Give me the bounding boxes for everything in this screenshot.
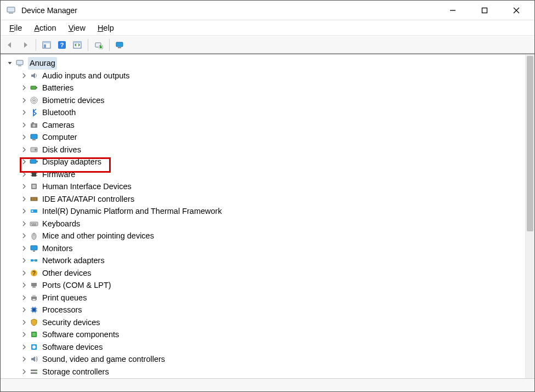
chevron-right-icon[interactable] (20, 331, 28, 338)
tree-category[interactable]: Monitors (20, 242, 525, 255)
chevron-right-icon[interactable] (20, 195, 28, 203)
tree-category-label: Audio inputs and outputs (42, 70, 130, 82)
svg-rect-63 (32, 295, 36, 297)
tree-category[interactable]: Processors (20, 304, 525, 316)
chevron-down-icon[interactable] (6, 59, 14, 67)
chevron-right-icon[interactable] (20, 220, 28, 228)
properties-button[interactable] (70, 38, 84, 52)
toolbar: ? (1, 36, 534, 54)
tree-category-label: Monitors (42, 242, 73, 255)
unknown-icon: ? (29, 268, 39, 278)
tree-category-label: Software components (42, 328, 119, 341)
chevron-right-icon[interactable] (20, 133, 28, 141)
menu-file[interactable]: File (4, 22, 27, 33)
device-tree[interactable]: Anurag Audio inputs and outputs Batterie… (1, 55, 525, 378)
svg-rect-31 (30, 160, 36, 163)
tree-category[interactable]: Firmware (20, 168, 525, 181)
tree-category-label: Storage controllers (42, 366, 109, 378)
chevron-right-icon[interactable] (20, 319, 28, 326)
show-hide-console-tree-button[interactable] (39, 38, 54, 52)
tree-category[interactable]: Keyboards (20, 218, 525, 230)
tree-category[interactable]: Software devices (20, 341, 525, 354)
svg-rect-55 (31, 259, 33, 262)
svg-rect-48 (33, 223, 34, 224)
tree-category[interactable]: Batteries (20, 82, 525, 94)
svg-rect-39 (32, 185, 36, 188)
nav-forward-button[interactable] (18, 38, 32, 52)
tree-category[interactable]: Disk drives (20, 144, 525, 156)
scrollbar-thumb[interactable] (527, 56, 533, 231)
chevron-right-icon[interactable] (20, 146, 28, 154)
chevron-right-icon[interactable] (20, 109, 28, 116)
computer-icon (29, 132, 39, 142)
chevron-right-icon[interactable] (20, 84, 28, 92)
chevron-right-icon[interactable] (20, 207, 28, 215)
chevron-right-icon[interactable] (20, 281, 28, 289)
svg-rect-56 (35, 259, 37, 262)
tree-category[interactable]: Software components (20, 328, 525, 341)
chevron-right-icon[interactable] (20, 294, 28, 302)
chevron-right-icon[interactable] (20, 245, 28, 252)
tree-category[interactable]: ? Other devices (20, 267, 525, 280)
svg-rect-26 (32, 122, 34, 123)
disk-icon (29, 145, 39, 155)
tree-category[interactable]: IDE ATA/ATAPI controllers (20, 193, 525, 206)
chevron-right-icon[interactable] (20, 368, 28, 376)
chevron-right-icon[interactable] (20, 269, 28, 277)
vertical-scrollbar[interactable] (525, 55, 534, 378)
nav-back-button[interactable] (3, 38, 17, 52)
camera-icon (29, 120, 39, 130)
svg-rect-66 (33, 309, 35, 311)
menu-action[interactable]: Action (29, 22, 61, 33)
chevron-right-icon[interactable] (20, 96, 28, 104)
chevron-right-icon[interactable] (20, 306, 28, 314)
tree-category[interactable]: Security devices (20, 316, 525, 329)
tree-category-label: Network adapters (42, 254, 105, 267)
processor-icon (29, 305, 39, 315)
tree-category[interactable]: Display adapters (20, 156, 525, 168)
close-button[interactable] (500, 1, 532, 20)
view-devices-button[interactable] (113, 38, 127, 52)
tree-category[interactable]: Biometric devices (20, 94, 525, 107)
chevron-right-icon[interactable] (20, 232, 28, 240)
printer-icon (29, 293, 39, 303)
chevron-right-icon[interactable] (20, 158, 28, 166)
tree-root[interactable]: Anurag (6, 57, 525, 70)
tree-category[interactable]: Sound, video and game controllers (20, 353, 525, 366)
chevron-right-icon[interactable] (20, 183, 28, 190)
svg-rect-0 (7, 7, 15, 12)
tree-category[interactable]: Ports (COM & LPT) (20, 279, 525, 292)
tree-category[interactable]: Computer (20, 131, 525, 144)
tree-category-label: IDE ATA/ATAPI controllers (42, 193, 134, 206)
svg-point-45 (32, 211, 33, 212)
titlebar: Device Manager (1, 1, 534, 20)
maximize-button[interactable] (469, 1, 500, 20)
chevron-right-icon[interactable] (20, 171, 28, 178)
tree-category[interactable]: Storage controllers (20, 366, 525, 378)
tree-category[interactable]: Human Interface Devices (20, 180, 525, 193)
help-button[interactable]: ? (55, 38, 69, 52)
tree-category[interactable]: Intel(R) Dynamic Platform and Thermal Fr… (20, 205, 525, 218)
tree-category[interactable]: Cameras (20, 119, 525, 132)
svg-rect-19 (31, 86, 36, 89)
chevron-right-icon[interactable] (20, 72, 28, 79)
svg-rect-61 (32, 286, 36, 288)
chevron-right-icon[interactable] (20, 355, 28, 363)
tree-category[interactable]: Bluetooth (20, 106, 525, 119)
menu-view[interactable]: View (63, 22, 91, 33)
menu-help[interactable]: Help (92, 22, 119, 33)
tree-category-label: Sound, video and game controllers (42, 353, 165, 366)
monitor-icon (29, 243, 39, 253)
scan-hardware-button[interactable] (92, 38, 106, 52)
chevron-right-icon[interactable] (20, 121, 28, 129)
tree-category[interactable]: Mice and other pointing devices (20, 230, 525, 242)
tree-category[interactable]: Network adapters (20, 254, 525, 267)
svg-rect-27 (31, 134, 37, 139)
chevron-right-icon[interactable] (20, 343, 28, 351)
chevron-right-icon[interactable] (20, 257, 28, 264)
svg-rect-16 (118, 47, 121, 48)
software-component-icon (29, 329, 39, 339)
tree-category[interactable]: Print queues (20, 292, 525, 304)
tree-category[interactable]: Audio inputs and outputs (20, 70, 525, 82)
minimize-button[interactable] (437, 1, 469, 20)
